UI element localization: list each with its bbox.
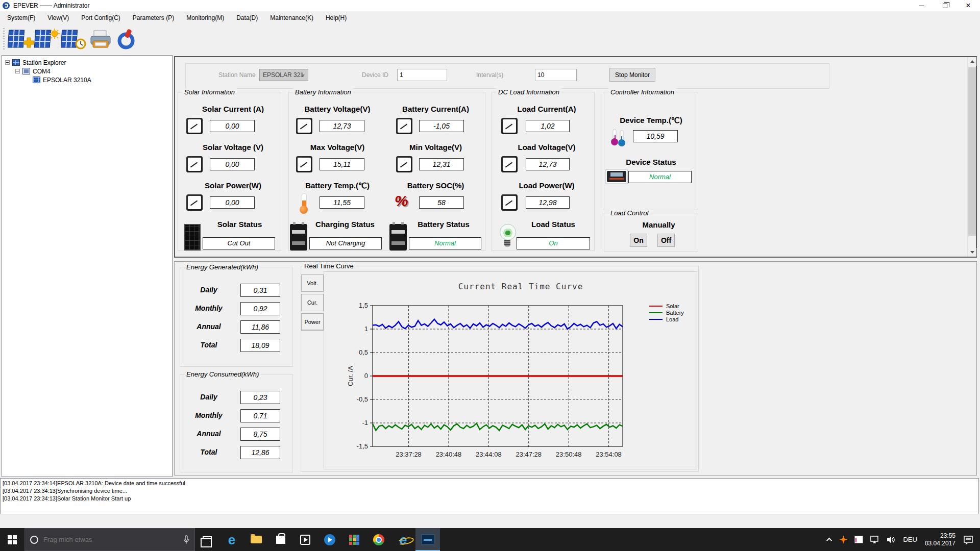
restore-button[interactable] — [933, 0, 957, 11]
svg-text:23:47:28: 23:47:28 — [516, 450, 542, 458]
load-status-value: On — [517, 237, 590, 249]
station-history-button[interactable] — [61, 27, 87, 52]
energy-consumed-daily-value: 0,23 — [240, 391, 280, 404]
tree-node-station-explorer[interactable]: Station Explorer — [2, 58, 172, 67]
add-station-button[interactable] — [8, 27, 34, 52]
device-id-label: Device ID — [362, 71, 388, 79]
tab-power[interactable]: Power — [301, 313, 324, 331]
collapse-icon[interactable] — [15, 69, 20, 73]
svg-text:0: 0 — [364, 372, 368, 380]
scroll-down-button[interactable] — [968, 248, 976, 257]
energy-generated-daily-label: Daily — [180, 286, 237, 294]
network-tray-button[interactable] — [867, 528, 883, 551]
tree-node-device[interactable]: EPSOLAR 3210A — [2, 76, 172, 84]
tab-cur[interactable]: Cur. — [301, 294, 324, 311]
energy-consumed-daily-label: Daily — [180, 393, 237, 401]
scrollbar-thumb[interactable] — [968, 67, 976, 236]
folder-icon — [251, 536, 262, 543]
stop-monitor-button[interactable]: Stop Monitor — [609, 68, 655, 82]
tree-node-com4[interactable]: COM4 — [2, 67, 172, 76]
station-name-dropdown[interactable]: EPSOLAR 321 — [259, 69, 308, 81]
menu-maintenance[interactable]: Maintenance(K) — [264, 12, 320, 23]
volume-tray-button[interactable] — [883, 528, 899, 551]
microphone-icon[interactable] — [183, 535, 189, 544]
close-button[interactable]: × — [957, 0, 980, 11]
battery-temp-value: 11,55 — [320, 196, 364, 209]
tray-expand-button[interactable] — [824, 528, 836, 551]
store-button[interactable] — [268, 528, 293, 551]
menu-system[interactable]: System(F) — [1, 12, 41, 23]
vertical-scrollbar[interactable] — [967, 57, 976, 257]
edge-taskbar-button[interactable]: e — [219, 528, 244, 551]
cortana-search-box[interactable] — [24, 528, 195, 551]
solar-information-title: Solar Information — [182, 88, 237, 96]
avast-tray-button[interactable] — [836, 528, 851, 551]
load-voltage-label: Load Voltage(V) — [492, 143, 594, 152]
grid-icon — [349, 535, 359, 545]
load-off-button[interactable]: Off — [657, 234, 675, 247]
energy-consumed-monthly-value: 0,71 — [240, 409, 280, 422]
load-on-button[interactable]: On — [630, 234, 647, 247]
meter-gauge-icon — [186, 118, 203, 134]
restore-icon — [943, 4, 947, 8]
controller-information-panel: Controller Information Device Temp.(℃) 1… — [604, 92, 698, 210]
charging-status-label: Charging Status — [304, 220, 386, 229]
task-view-button[interactable] — [195, 528, 219, 551]
print-button[interactable] — [87, 27, 114, 52]
solar-status-label: Solar Status — [178, 220, 281, 229]
media-player-button[interactable] — [317, 528, 342, 551]
com-port-icon — [22, 68, 30, 74]
internet-explorer-button[interactable]: e — [391, 528, 415, 551]
load-power-value: 12,98 — [526, 196, 570, 209]
dc-load-information-title: DC Load Information — [496, 88, 561, 96]
station-name-value: EPSOLAR 321 — [263, 71, 304, 79]
station-monitor-button[interactable] — [34, 27, 61, 52]
monitor-panel: Station Name EPSOLAR 321 Device ID Inter… — [174, 56, 977, 258]
application-window: EPEVER —— Administrator × System(F) View… — [0, 0, 980, 551]
toolbar — [0, 24, 980, 54]
menu-parameters[interactable]: Parameters (P) — [127, 12, 180, 23]
menu-view[interactable]: View(V) — [41, 12, 75, 23]
legend-entry-solar: Solar — [649, 303, 684, 309]
energy-generated-monthly-label: Monthly — [180, 304, 237, 312]
search-input[interactable] — [43, 536, 183, 543]
epever-app-button[interactable] — [415, 528, 440, 551]
minimize-button[interactable] — [910, 0, 933, 11]
solar-information-panel: Solar Information Solar Current (A) 0,00… — [178, 92, 281, 251]
start-button[interactable] — [0, 528, 24, 551]
solar-voltage-label: Solar Voltage (V) — [178, 143, 281, 152]
menu-data[interactable]: Data(D) — [230, 12, 264, 23]
svg-text:0,5: 0,5 — [359, 348, 368, 356]
max-voltage-value: 15,11 — [320, 158, 364, 170]
device-temp-label: Device Temp.(℃) — [604, 116, 698, 125]
file-explorer-button[interactable] — [244, 528, 268, 551]
energy-generated-title: Energy Generated(kWh) — [184, 263, 260, 271]
legend-label-battery: Battery — [666, 310, 684, 316]
collapse-icon[interactable] — [5, 60, 10, 65]
menu-monitoring[interactable]: Monitoring(M) — [180, 12, 230, 23]
load-status-label: Load Status — [492, 220, 594, 229]
menu-port-config[interactable]: Port Config(C) — [75, 12, 127, 23]
menu-help[interactable]: Help(H) — [320, 12, 353, 23]
charging-status-value: Not Charging — [309, 237, 382, 249]
battery-series-swatch — [649, 312, 663, 313]
exit-button[interactable] — [114, 27, 140, 52]
app-tray-button[interactable] — [851, 528, 867, 551]
solar-power-label: Solar Power(W) — [178, 181, 281, 190]
action-center-button[interactable] — [960, 528, 977, 551]
device-temp-value: 10,59 — [633, 130, 678, 142]
apps-grid-button[interactable] — [342, 528, 366, 551]
tab-volt[interactable]: Volt. — [301, 274, 324, 292]
windows-logo-icon — [8, 535, 17, 544]
chrome-button[interactable] — [366, 528, 391, 551]
scroll-up-button[interactable] — [968, 57, 976, 66]
language-indicator[interactable]: DEU — [899, 528, 920, 551]
interval-input[interactable] — [535, 69, 577, 81]
clock[interactable]: 23:55 03.04.2017 — [921, 528, 960, 551]
speaker-icon — [887, 536, 896, 544]
meter-gauge-icon — [396, 156, 412, 172]
meter-gauge-icon — [501, 156, 518, 172]
energy-generated-panel: Energy Generated(kWh) Daily 0,31 Monthly… — [180, 267, 293, 367]
device-id-input[interactable] — [397, 69, 447, 81]
movies-tv-button[interactable] — [293, 528, 317, 551]
